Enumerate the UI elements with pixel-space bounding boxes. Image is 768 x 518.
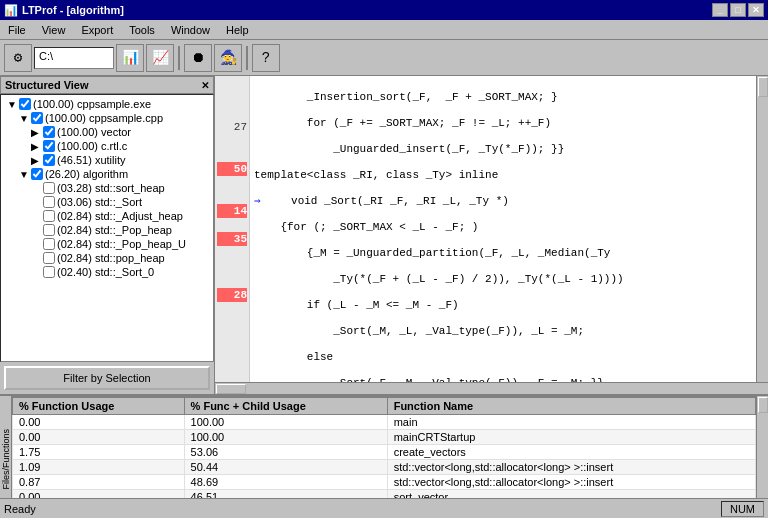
left-panel: Structured View ✕ ▼ (100.00) cppsample.e… [0, 76, 215, 394]
cell-func-name: create_vectors [387, 445, 755, 460]
expand-icon[interactable]: ▼ [7, 99, 19, 110]
tree-checkbox[interactable] [31, 168, 43, 180]
toolbar-chart2-button[interactable]: 📈 [146, 44, 174, 72]
menu-bar: File View Export Tools Window Help [0, 20, 768, 40]
cell-func-usage: 0.87 [13, 475, 185, 490]
vertical-scrollbar[interactable] [756, 76, 768, 382]
tree-item[interactable]: ▼ (100.00) cppsample.exe [3, 97, 211, 111]
tree-item[interactable]: ▶ (100.00) c.rtl.c [3, 139, 211, 153]
toolbar-separator2 [246, 46, 248, 70]
expand-icon[interactable]: ▼ [19, 113, 31, 124]
col-header-func-usage: % Function Usage [13, 398, 185, 415]
status-bar: Ready NUM [0, 498, 768, 518]
tree-checkbox[interactable] [43, 196, 55, 208]
toolbar-settings-button[interactable]: ⚙ [4, 44, 32, 72]
menu-view[interactable]: View [34, 22, 74, 38]
tree-checkbox[interactable] [43, 252, 55, 264]
tree-item[interactable]: (02.84) std::_Pop_heap [3, 223, 211, 237]
cell-func-usage: 0.00 [13, 415, 185, 430]
num-indicator: NUM [721, 501, 764, 517]
tree-checkbox[interactable] [43, 224, 55, 236]
tree-item[interactable]: (02.84) std::_Adjust_heap [3, 209, 211, 223]
tree-label: (26.20) algorithm [45, 168, 128, 180]
cell-func-usage: 1.09 [13, 460, 185, 475]
app-icon: 📊 [4, 4, 18, 17]
panel-close-button[interactable]: ✕ [201, 80, 209, 91]
tree-item[interactable]: (03.28) std::sort_heap [3, 181, 211, 195]
tree-label: (02.84) std::_Pop_heap_U [57, 238, 186, 250]
table-row: 0.00 100.00 mainCRTStartup [13, 430, 756, 445]
cell-func-name: std::vector<long,std::allocator<long> >:… [387, 475, 755, 490]
cell-child-usage: 100.00 [184, 415, 387, 430]
toolbar-separator [178, 46, 180, 70]
menu-window[interactable]: Window [163, 22, 218, 38]
toolbar-help-button[interactable]: ? [252, 44, 280, 72]
col-header-func-name: Function Name [387, 398, 755, 415]
tree-item[interactable]: ▼ (26.20) algorithm [3, 167, 211, 181]
code-line: _Unguarded_insert(_F, _Ty(*_F)); }} [254, 142, 752, 156]
panel-title-text: Structured View [5, 79, 89, 91]
horizontal-scrollbar[interactable] [215, 382, 768, 394]
code-area[interactable]: 27 50 14 35 28 _Insertion_s [215, 76, 768, 382]
tree-checkbox[interactable] [19, 98, 31, 110]
expand-icon[interactable]: ▶ [31, 141, 43, 152]
path-display[interactable]: C:\ [34, 47, 114, 69]
tree-checkbox[interactable] [43, 182, 55, 194]
tree-checkbox[interactable] [43, 126, 55, 138]
cell-child-usage: 53.06 [184, 445, 387, 460]
cell-func-usage: 1.75 [13, 445, 185, 460]
tree-label: (03.06) std::_Sort [57, 196, 142, 208]
expand-icon[interactable]: ▶ [31, 127, 43, 138]
tree-checkbox[interactable] [43, 266, 55, 278]
toolbar-wizard-button[interactable]: 🧙 [214, 44, 242, 72]
menu-tools[interactable]: Tools [121, 22, 163, 38]
status-text: Ready [4, 503, 717, 515]
cell-child-usage: 100.00 [184, 430, 387, 445]
tree-label: (100.00) cppsample.cpp [45, 112, 163, 124]
code-line: {for (; _SORT_MAX < _L - _F; ) [254, 220, 752, 234]
code-line: ⇒ void _Sort(_RI _F, _RI _L, _Ty *) [254, 194, 752, 208]
minimize-button[interactable]: _ [712, 3, 728, 17]
tree-item[interactable]: ▶ (46.51) xutility [3, 153, 211, 167]
tree-checkbox[interactable] [43, 140, 55, 152]
tree-checkbox[interactable] [43, 154, 55, 166]
tree-checkbox[interactable] [43, 210, 55, 222]
menu-export[interactable]: Export [73, 22, 121, 38]
title-text: LTProf - [algorithm] [22, 4, 124, 16]
code-content: _Insertion_sort(_F, _F + _SORT_MAX; } fo… [250, 76, 756, 382]
tree-item[interactable]: (02.40) std::_Sort_0 [3, 265, 211, 279]
table-row: 1.09 50.44 std::vector<long,std::allocat… [13, 460, 756, 475]
tree-item[interactable]: ▶ (100.00) vector [3, 125, 211, 139]
tree-label: (100.00) vector [57, 126, 131, 138]
tree-label: (46.51) xutility [57, 154, 125, 166]
expand-icon[interactable]: ▶ [31, 155, 43, 166]
tree-checkbox[interactable] [43, 238, 55, 250]
expand-icon[interactable]: ▼ [19, 169, 31, 180]
code-line: _Insertion_sort(_F, _F + _SORT_MAX; } [254, 90, 752, 104]
title-bar: 📊 LTProf - [algorithm] _ □ ✕ [0, 0, 768, 20]
cell-func-name: main [387, 415, 755, 430]
tree-label: (02.84) std::_Pop_heap [57, 224, 172, 236]
close-button[interactable]: ✕ [748, 3, 764, 17]
tree-label: (02.40) std::_Sort_0 [57, 266, 154, 278]
data-table[interactable]: % Function Usage % Func + Child Usage Fu… [12, 397, 756, 506]
filter-by-selection-button[interactable]: Filter by Selection [4, 366, 210, 390]
tree-item[interactable]: (03.06) std::_Sort [3, 195, 211, 209]
tree-checkbox[interactable] [31, 112, 43, 124]
tree-item[interactable]: (02.84) std::_Pop_heap_U [3, 237, 211, 251]
menu-file[interactable]: File [0, 22, 34, 38]
cell-child-usage: 48.69 [184, 475, 387, 490]
main-area: Structured View ✕ ▼ (100.00) cppsample.e… [0, 76, 768, 394]
menu-help[interactable]: Help [218, 22, 257, 38]
tree-item[interactable]: (02.84) std::pop_heap [3, 251, 211, 265]
tree-view[interactable]: ▼ (100.00) cppsample.exe ▼ (100.00) cpps… [0, 94, 214, 362]
cell-func-name: std::vector<long,std::allocator<long> >:… [387, 460, 755, 475]
toolbar-record-button[interactable]: ⏺ [184, 44, 212, 72]
cell-func-usage: 0.00 [13, 430, 185, 445]
maximize-button[interactable]: □ [730, 3, 746, 17]
code-line: template<class _RI, class _Ty> inline [254, 168, 752, 182]
tree-item[interactable]: ▼ (100.00) cppsample.cpp [3, 111, 211, 125]
toolbar-chart-button[interactable]: 📊 [116, 44, 144, 72]
cell-child-usage: 50.44 [184, 460, 387, 475]
code-line: if (_L - _M <= _M - _F) [254, 298, 752, 312]
